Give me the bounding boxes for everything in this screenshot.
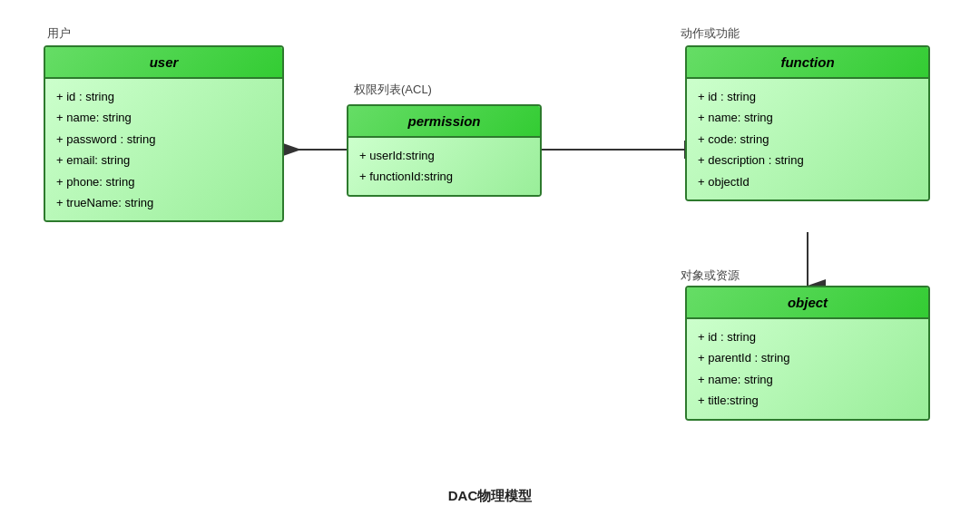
user-field-4: + email: string <box>56 150 271 170</box>
function-box: function + id : string + name: string + … <box>685 45 930 201</box>
user-body: + id : string + name: string + password … <box>45 79 282 220</box>
function-field-5: + objectId <box>698 171 917 192</box>
permission-body: + userId:string + functionId:string <box>348 138 540 195</box>
user-header: user <box>45 47 282 79</box>
function-field-4: + description : string <box>698 150 917 170</box>
user-field-3: + password : string <box>56 129 271 150</box>
object-field-3: + name: string <box>698 369 917 390</box>
function-field-2: + name: string <box>698 107 917 128</box>
function-label: 动作或功能 <box>681 25 740 42</box>
object-field-2: + parentId : string <box>698 347 917 368</box>
user-field-2: + name: string <box>56 107 271 128</box>
object-header: object <box>687 287 928 319</box>
permission-field-1: + userId:string <box>359 145 529 166</box>
user-label: 用户 <box>47 25 71 42</box>
object-box: object + id : string + parentId : string… <box>685 286 930 421</box>
object-label: 对象或资源 <box>681 267 740 284</box>
user-box: user + id : string + name: string + pass… <box>44 45 284 222</box>
function-body: + id : string + name: string + code: str… <box>687 79 928 199</box>
user-field-5: + phone: string <box>56 171 271 192</box>
user-field-6: + trueName: string <box>56 192 271 213</box>
user-field-1: + id : string <box>56 86 271 107</box>
function-field-1: + id : string <box>698 86 917 107</box>
permission-field-2: + functionId:string <box>359 166 529 187</box>
object-body: + id : string + parentId : string + name… <box>687 319 928 419</box>
diagram-container: 用户 权限列表(ACL) 动作或功能 对象或资源 <box>0 0 980 525</box>
permission-box: permission + userId:string + functionId:… <box>347 104 542 197</box>
function-field-3: + code: string <box>698 129 917 150</box>
object-field-1: + id : string <box>698 326 917 347</box>
permission-header: permission <box>348 106 540 138</box>
function-header: function <box>687 47 928 79</box>
object-field-4: + title:string <box>698 390 917 411</box>
diagram-title: DAC物理模型 <box>448 488 533 505</box>
acl-label: 权限列表(ACL) <box>354 82 432 98</box>
